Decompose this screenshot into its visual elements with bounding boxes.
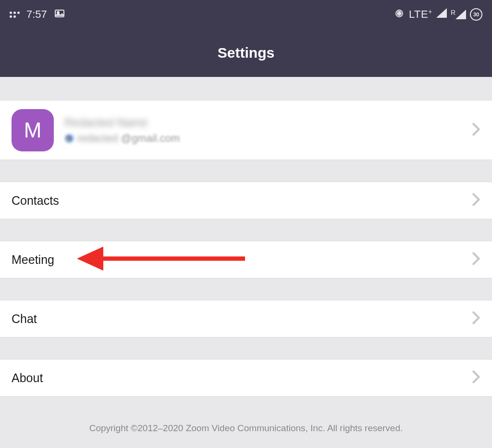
blackberry-icon — [10, 12, 20, 18]
menu-label: Contacts — [12, 194, 472, 208]
chevron-right-icon — [472, 193, 480, 208]
menu-item-chat[interactable]: Chat — [0, 300, 492, 337]
battery-icon: 30 — [470, 8, 482, 21]
signal-icon-1 — [436, 8, 447, 21]
roaming-indicator: R — [451, 10, 466, 19]
avatar: M — [12, 109, 54, 151]
status-right: LTE+ R 30 — [394, 8, 482, 21]
lte-indicator: LTE+ — [409, 8, 432, 21]
menu-item-meeting[interactable]: Meeting — [0, 241, 492, 278]
status-bar: 7:57 LTE+ R — [0, 0, 492, 29]
status-left: 7:57 — [10, 8, 65, 21]
svg-point-2 — [398, 12, 400, 14]
menu-label: Chat — [12, 312, 472, 326]
profile-email-domain: @gmail.com — [121, 132, 180, 145]
menu-label: About — [12, 371, 472, 385]
chevron-right-icon — [472, 252, 480, 267]
footer: Copyright ©2012–2020 Zoom Video Communic… — [0, 397, 492, 434]
profile-name: Redacted Name — [64, 116, 472, 129]
chevron-right-icon — [472, 311, 480, 326]
menu-item-contacts[interactable]: Contacts — [0, 182, 492, 219]
content-area: M Redacted Name redacted @gmail.com — [0, 77, 492, 434]
menu-item-about[interactable]: About — [0, 359, 492, 397]
google-icon — [64, 134, 74, 143]
menu-label: Meeting — [12, 253, 472, 267]
chevron-right-icon — [472, 370, 480, 386]
profile-email-user: redacted — [77, 132, 118, 145]
page-title: Settings — [218, 45, 274, 61]
title-bar: Settings — [0, 29, 492, 77]
chevron-right-icon — [472, 123, 480, 138]
picture-icon — [54, 8, 65, 21]
status-time: 7:57 — [26, 8, 47, 21]
profile-info: Redacted Name redacted @gmail.com — [64, 116, 472, 145]
hotspot-icon — [394, 8, 405, 21]
profile-row[interactable]: M Redacted Name redacted @gmail.com — [0, 100, 492, 160]
copyright-text: Copyright ©2012–2020 Zoom Video Communic… — [0, 423, 492, 434]
